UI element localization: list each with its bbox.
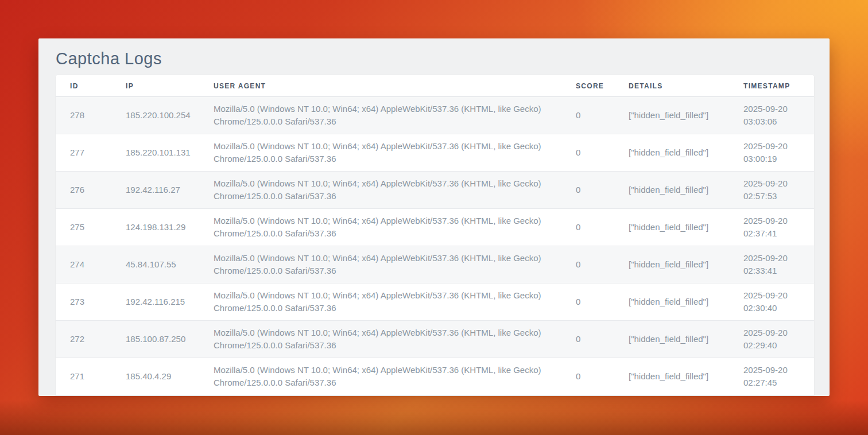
column-header-score: SCORE [576,75,629,97]
column-header-user_agent: USER AGENT [214,75,576,97]
cell-user_agent: Mozilla/5.0 (Windows NT 10.0; Win64; x64… [214,283,576,321]
cell-score: 0 [576,97,629,134]
cell-id: 272 [56,321,126,358]
cell-score: 0 [576,321,629,358]
cell-details: ["hidden_field_filled"] [629,172,743,209]
cell-id: 278 [56,97,126,134]
cell-details: ["hidden_field_filled"] [629,209,743,246]
cell-timestamp: 2025-09-20 02:33:41 [743,246,814,283]
cell-id: 277 [56,134,126,172]
cell-ip: 185.220.100.254 [126,97,214,134]
captcha-logs-card: Captcha Logs IDIPUSER AGENTSCOREDETAILST… [38,38,830,396]
cell-details: ["hidden_field_filled"] [629,283,743,321]
cell-timestamp: 2025-09-20 02:37:41 [743,209,814,246]
cell-timestamp: 2025-09-20 03:03:06 [743,97,814,134]
column-header-details: DETAILS [629,75,743,97]
cell-ip: 185.220.101.131 [126,134,214,172]
cell-details: ["hidden_field_filled"] [629,358,743,395]
cell-timestamp: 2025-09-20 02:27:45 [743,358,814,395]
cell-details: ["hidden_field_filled"] [629,321,743,358]
cell-user_agent: Mozilla/5.0 (Windows NT 10.0; Win64; x64… [214,246,576,283]
column-header-timestamp: TIMESTAMP [743,75,814,97]
column-header-ip: IP [126,75,214,97]
cell-ip: 192.42.116.27 [126,172,214,209]
cell-ip: 185.40.4.29 [126,358,214,395]
table-header-row: IDIPUSER AGENTSCOREDETAILSTIMESTAMP [56,75,814,97]
table-row: 271185.40.4.29Mozilla/5.0 (Windows NT 10… [56,358,814,395]
cell-timestamp: 2025-09-20 02:29:40 [743,321,814,358]
cell-ip: 124.198.131.29 [126,209,214,246]
cell-score: 0 [576,209,629,246]
cell-score: 0 [576,283,629,321]
cell-user_agent: Mozilla/5.0 (Windows NT 10.0; Win64; x64… [214,209,576,246]
cell-timestamp: 2025-09-20 03:00:19 [743,134,814,172]
cell-score: 0 [576,358,629,395]
table-body: 278185.220.100.254Mozilla/5.0 (Windows N… [56,97,814,395]
cell-id: 271 [56,358,126,395]
table-row: 275124.198.131.29Mozilla/5.0 (Windows NT… [56,209,814,246]
table-row: 272185.100.87.250Mozilla/5.0 (Windows NT… [56,321,814,358]
cell-id: 275 [56,209,126,246]
cell-ip: 45.84.107.55 [126,246,214,283]
cell-id: 274 [56,246,126,283]
cell-details: ["hidden_field_filled"] [629,97,743,134]
logs-table-container: IDIPUSER AGENTSCOREDETAILSTIMESTAMP 2781… [56,75,814,395]
cell-ip: 192.42.116.215 [126,283,214,321]
cell-ip: 185.100.87.250 [126,321,214,358]
cell-score: 0 [576,172,629,209]
cell-timestamp: 2025-09-20 02:57:53 [743,172,814,209]
page-background: Captcha Logs IDIPUSER AGENTSCOREDETAILST… [0,0,868,435]
cell-id: 276 [56,172,126,209]
table-head: IDIPUSER AGENTSCOREDETAILSTIMESTAMP [56,75,814,97]
cell-user_agent: Mozilla/5.0 (Windows NT 10.0; Win64; x64… [214,172,576,209]
table-row: 278185.220.100.254Mozilla/5.0 (Windows N… [56,97,814,134]
cell-details: ["hidden_field_filled"] [629,246,743,283]
table-row: 276192.42.116.27Mozilla/5.0 (Windows NT … [56,172,814,209]
cell-id: 273 [56,283,126,321]
column-header-id: ID [56,75,126,97]
cell-score: 0 [576,134,629,172]
table-row: 277185.220.101.131Mozilla/5.0 (Windows N… [56,134,814,172]
cell-user_agent: Mozilla/5.0 (Windows NT 10.0; Win64; x64… [214,358,576,395]
table-row: 273192.42.116.215Mozilla/5.0 (Windows NT… [56,283,814,321]
cell-user_agent: Mozilla/5.0 (Windows NT 10.0; Win64; x64… [214,134,576,172]
page-title: Captcha Logs [38,38,830,69]
cell-user_agent: Mozilla/5.0 (Windows NT 10.0; Win64; x64… [214,97,576,134]
cell-score: 0 [576,246,629,283]
cell-details: ["hidden_field_filled"] [629,134,743,172]
cell-timestamp: 2025-09-20 02:30:40 [743,283,814,321]
table-row: 27445.84.107.55Mozilla/5.0 (Windows NT 1… [56,246,814,283]
logs-table: IDIPUSER AGENTSCOREDETAILSTIMESTAMP 2781… [56,75,814,395]
cell-user_agent: Mozilla/5.0 (Windows NT 10.0; Win64; x64… [214,321,576,358]
